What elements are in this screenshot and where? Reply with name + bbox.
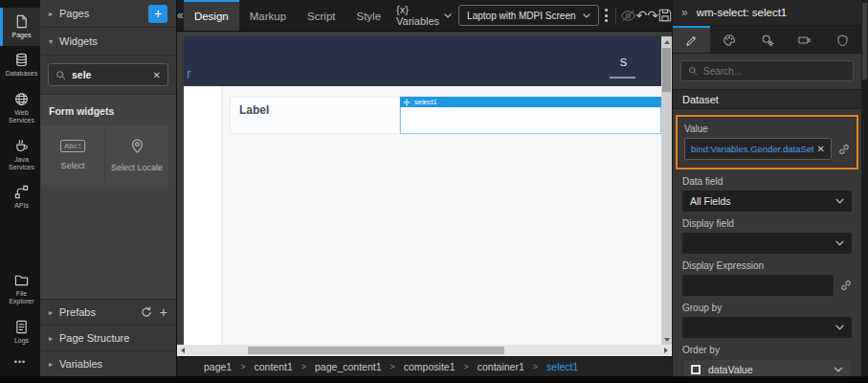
breadcrumb-item-container1[interactable]: container1 <box>478 361 524 372</box>
scroll-right-icon[interactable] <box>660 345 672 356</box>
horizontal-scroll-thumb[interactable] <box>248 347 504 354</box>
widget-search-box[interactable]: ✕ <box>48 63 168 86</box>
select-widget-body[interactable] <box>400 107 661 134</box>
data-field-select[interactable]: All Fields <box>682 191 852 212</box>
rail-label: Logs <box>14 337 29 345</box>
properties-scroll-thumb[interactable] <box>862 3 867 79</box>
folder-icon <box>14 273 29 287</box>
rail-item-pages[interactable]: Pages <box>0 8 40 46</box>
variables-dropdown[interactable]: {x} Variables <box>396 0 452 31</box>
tab-styles-palette[interactable] <box>710 26 747 53</box>
page-header-bar[interactable]: r S <box>184 36 661 86</box>
properties-search-box[interactable] <box>680 60 854 81</box>
chevron-down-icon <box>835 240 844 246</box>
add-page-button[interactable]: + <box>148 5 167 23</box>
widget-search-input[interactable] <box>72 69 147 80</box>
window-bottom-edge <box>0 376 868 383</box>
save-icon[interactable] <box>658 0 672 31</box>
rail-label: Pages <box>12 32 32 39</box>
value-binding-input[interactable]: bind:Variables.Gender.dataSet ✕ <box>684 138 832 160</box>
preview-hidden-icon[interactable] <box>620 0 636 31</box>
database-icon <box>14 53 29 67</box>
device-selector[interactable]: Laptop with MDPI Screen <box>458 5 598 26</box>
scroll-up-icon[interactable] <box>661 36 672 47</box>
canvas-vertical-scrollbar[interactable] <box>661 36 672 345</box>
value-binding-text: bind:Variables.Gender.dataSet <box>691 144 813 154</box>
page-content-area[interactable]: Label select1 <box>222 86 661 345</box>
rail-item-file-explorer[interactable]: File Explorer <box>0 266 40 313</box>
refresh-icon[interactable] <box>141 306 152 318</box>
chevron-down-icon <box>835 325 844 330</box>
caret-down-icon: ▾ <box>49 37 53 46</box>
widget-results-area: Form widgets Abc↕ Select Select Locale <box>40 94 176 299</box>
widget-tile-select[interactable]: Abc↕ Select <box>41 125 104 185</box>
more-options-icon[interactable]: ••• <box>0 351 40 376</box>
header-link-fragment: S <box>620 56 627 68</box>
widgets-accordion-header[interactable]: ▾ Widgets <box>40 28 176 56</box>
variables-accordion-header[interactable]: ▸ Variables <box>40 350 176 376</box>
rail-item-databases[interactable]: Databases <box>0 46 40 84</box>
breadcrumb-item-composite1[interactable]: composite1 <box>404 361 456 372</box>
add-prefab-button[interactable]: + <box>160 304 167 320</box>
group-by-select[interactable] <box>682 317 852 338</box>
tab-design[interactable]: Design <box>184 0 239 31</box>
scroll-down-icon[interactable] <box>661 334 672 345</box>
expand-panel-icon[interactable]: » <box>681 6 688 19</box>
widgets-accordion-label: Widgets <box>59 35 98 47</box>
checkbox-icon[interactable] <box>691 365 701 374</box>
pages-accordion-header[interactable]: ▸ Pages + <box>40 0 176 28</box>
chevron-down-icon[interactable] <box>834 367 843 372</box>
tab-markup[interactable]: Markup <box>239 0 297 31</box>
widget-tile-label: Select <box>60 161 84 170</box>
clear-binding-icon[interactable]: ✕ <box>817 144 825 154</box>
tab-device-settings[interactable] <box>786 26 823 53</box>
widget-tile-label: Select Locale <box>111 163 163 172</box>
breadcrumb-item-select1[interactable]: select1 <box>546 361 578 372</box>
selected-select-widget[interactable]: select1 <box>400 97 661 134</box>
redo-icon[interactable]: ↷ <box>647 0 658 31</box>
rail-item-logs[interactable]: Logs <box>0 313 40 351</box>
tab-properties-pencil[interactable] <box>673 26 710 53</box>
vertical-scroll-thumb[interactable] <box>662 48 671 92</box>
breadcrumb-item-content1[interactable]: content1 <box>254 361 292 372</box>
widget-selection-bar[interactable]: select1 <box>400 97 661 107</box>
canvas-horizontal-scrollbar[interactable] <box>177 345 672 356</box>
canvas-zone: r S Label <box>177 32 672 345</box>
widget-tile-select-locale[interactable]: Select Locale <box>105 125 168 185</box>
properties-panel-scrollbar[interactable] <box>861 0 868 376</box>
prefabs-accordion-label: Prefabs <box>59 306 96 318</box>
dataset-section-header[interactable]: Dataset <box>673 89 861 109</box>
kebab-menu-icon[interactable] <box>602 0 612 31</box>
undo-icon[interactable]: ↶ <box>636 0 648 31</box>
rail-item-web-services[interactable]: Web Services <box>0 85 40 132</box>
bind-link-icon[interactable] <box>840 280 852 291</box>
order-by-row-datavalue[interactable]: dataValue <box>682 359 852 376</box>
rail-item-apis[interactable]: APIs <box>0 178 40 216</box>
caret-right-icon: ▸ <box>49 308 53 317</box>
page-structure-accordion-header[interactable]: ▸ Page Structure <box>40 325 176 350</box>
display-field-select[interactable] <box>682 233 852 254</box>
properties-search-input[interactable] <box>703 66 846 77</box>
tab-search-settings[interactable] <box>748 26 786 53</box>
form-label[interactable]: Label <box>230 97 400 134</box>
page-left-column[interactable] <box>184 86 222 345</box>
caret-right-icon: ▸ <box>49 10 53 18</box>
prefabs-accordion-header[interactable]: ▸ Prefabs + <box>40 299 176 325</box>
display-expression-input[interactable] <box>682 275 834 296</box>
bind-link-icon[interactable] <box>838 144 850 155</box>
scroll-left-icon[interactable] <box>177 345 189 356</box>
caret-right-icon: ▸ <box>49 360 53 369</box>
tab-script[interactable]: Script <box>297 0 345 31</box>
move-handle-icon[interactable] <box>403 99 411 106</box>
page-canvas[interactable]: r S Label <box>184 36 661 345</box>
tab-security-shield[interactable] <box>824 26 861 53</box>
tab-style[interactable]: Style <box>345 0 391 31</box>
dataset-section-body: Value bind:Variables.Gender.dataSet ✕ Da… <box>673 109 861 376</box>
breadcrumb-item-page-content1[interactable]: page_content1 <box>315 361 381 372</box>
breadcrumb-item-page1[interactable]: page1 <box>204 361 232 372</box>
collapse-panel-icon[interactable]: « <box>177 0 184 31</box>
api-nodes-icon <box>14 185 29 199</box>
clear-search-icon[interactable]: ✕ <box>153 70 161 80</box>
rail-item-java-services[interactable]: Java Services <box>0 132 40 179</box>
breadcrumb-separator: > <box>240 362 245 372</box>
